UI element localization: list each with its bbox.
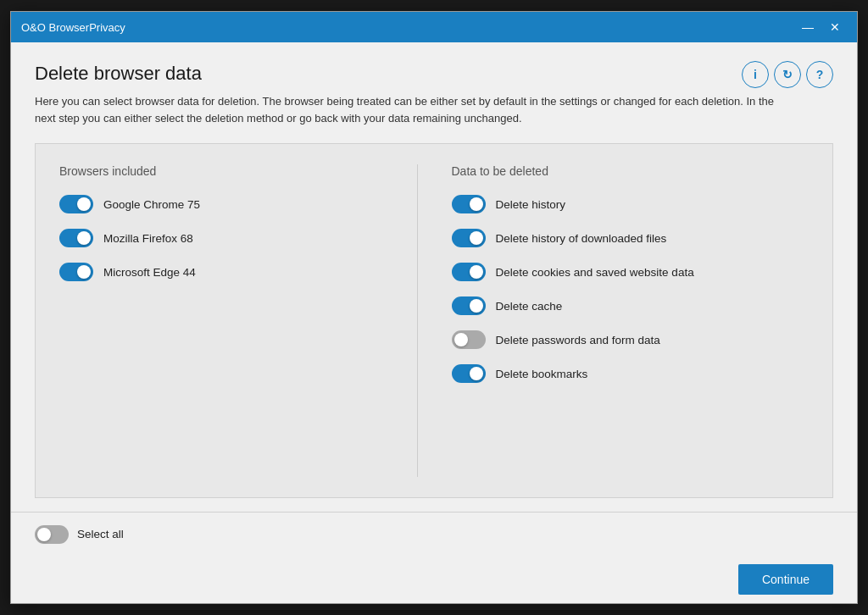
select-all-row: Select all [35, 525, 124, 544]
data-item-label-0: Delete history [496, 198, 566, 211]
window-title: O&O BrowserPrivacy [21, 21, 125, 34]
data-item-row-0: Delete history [452, 195, 810, 213]
browser-toggle-0[interactable] [59, 195, 93, 213]
main-panel: Browsers included Google Chrome 75Mozill… [35, 143, 833, 498]
data-item-row-4: Delete passwords and form data [452, 330, 810, 349]
info-icon-button[interactable]: i [742, 61, 769, 88]
browser-toggle-1[interactable] [59, 229, 93, 247]
application-window: O&O BrowserPrivacy — ✕ Delete browser da… [10, 11, 858, 604]
data-item-label-4: Delete passwords and form data [496, 334, 660, 346]
select-all-toggle[interactable] [35, 525, 69, 544]
window-controls: — ✕ [796, 15, 847, 39]
data-section: Data to be deleted Delete historyDelete … [417, 164, 810, 477]
data-item-toggle-5[interactable] [452, 364, 486, 383]
titlebar: O&O BrowserPrivacy — ✕ [11, 12, 857, 42]
browser-row-0: Google Chrome 75 [59, 195, 417, 213]
data-item-toggle-3[interactable] [452, 296, 486, 315]
data-item-label-2: Delete cookies and saved website data [496, 266, 694, 279]
data-item-toggle-0[interactable] [452, 195, 486, 213]
data-item-row-1: Delete history of downloaded files [452, 229, 810, 247]
footer: Continue [11, 556, 857, 603]
close-button[interactable]: ✕ [823, 15, 847, 39]
page-title: Delete browser data [35, 63, 202, 85]
continue-button[interactable]: Continue [738, 564, 833, 595]
data-item-row-3: Delete cache [452, 296, 810, 315]
content-area: Delete browser data i ↻ ? Here you can s… [11, 42, 857, 512]
data-item-row-5: Delete bookmarks [452, 364, 810, 383]
bottom-bar: Select all [11, 512, 857, 556]
browsers-section-title: Browsers included [59, 164, 417, 178]
data-item-toggle-1[interactable] [452, 229, 486, 247]
header-icon-group: i ↻ ? [742, 61, 833, 88]
minimize-button[interactable]: — [796, 15, 820, 39]
data-item-label-5: Delete bookmarks [496, 368, 588, 380]
data-item-toggle-2[interactable] [452, 263, 486, 281]
browser-row-1: Mozilla Firefox 68 [59, 229, 417, 247]
data-section-title: Data to be deleted [452, 164, 810, 178]
data-item-row-2: Delete cookies and saved website data [452, 263, 810, 281]
browsers-list: Google Chrome 75Mozilla Firefox 68Micros… [59, 195, 417, 281]
browser-label-0: Google Chrome 75 [103, 198, 200, 211]
data-item-toggle-4[interactable] [452, 330, 486, 349]
refresh-icon-button[interactable]: ↻ [774, 61, 801, 88]
browser-label-2: Microsoft Edge 44 [103, 266, 196, 279]
browser-toggle-2[interactable] [59, 263, 93, 281]
data-item-label-3: Delete cache [496, 300, 563, 313]
header-area: Delete browser data i ↻ ? [35, 63, 833, 93]
data-item-label-1: Delete history of downloaded files [496, 232, 667, 245]
select-all-label: Select all [77, 528, 124, 540]
browser-label-1: Mozilla Firefox 68 [103, 232, 193, 245]
description-text: Here you can select browser data for del… [35, 93, 798, 126]
data-list: Delete historyDelete history of download… [452, 195, 810, 383]
browser-row-2: Microsoft Edge 44 [59, 263, 417, 281]
help-icon-button[interactable]: ? [806, 61, 833, 88]
browsers-section: Browsers included Google Chrome 75Mozill… [59, 164, 417, 477]
